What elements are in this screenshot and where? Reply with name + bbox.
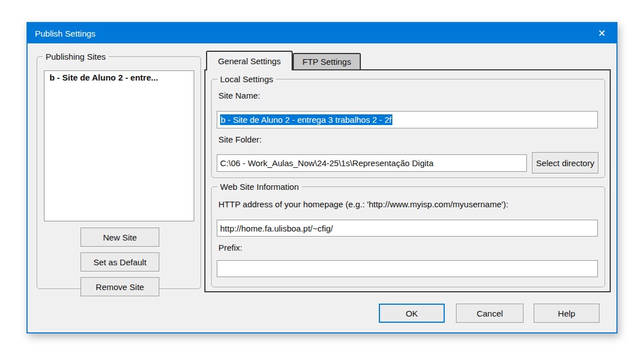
web-site-information-group-label: Web Site Information	[217, 181, 302, 192]
publishing-sites-listbox[interactable]: b - Site de Aluno 2 - entre...	[44, 70, 194, 221]
select-directory-button[interactable]: Select directory	[532, 152, 598, 173]
window-title: Publish Settings	[35, 29, 96, 38]
tab-general-settings-label: General Settings	[218, 56, 281, 66]
site-name-selected-text: b - Site de Aluno 2 - entrega 3 trabalho…	[220, 114, 392, 125]
http-address-label: HTTP address of your homepage (e.g.: 'ht…	[218, 199, 508, 209]
publish-settings-dialog: Publish Settings ✕ Publishing Sites b - …	[26, 22, 618, 333]
site-name-input[interactable]: b - Site de Aluno 2 - entrega 3 trabalho…	[217, 111, 598, 128]
remove-site-button[interactable]: Remove Site	[80, 277, 159, 296]
site-folder-label: Site Folder:	[218, 135, 262, 144]
ok-button[interactable]: OK	[379, 304, 445, 323]
tab-ftp-settings-label: FTP Settings	[302, 57, 351, 66]
help-button[interactable]: Help	[534, 304, 600, 323]
close-icon[interactable]: ✕	[587, 23, 616, 43]
local-settings-group-label: Local Settings	[217, 74, 276, 84]
tab-ftp-settings[interactable]: FTP Settings	[293, 53, 361, 69]
publishing-sites-group-label: Publishing Sites	[43, 51, 109, 62]
prefix-label: Prefix:	[218, 243, 243, 252]
site-folder-input[interactable]: C:\06 - Work_Aulas_Now\24-25\1s\Represen…	[217, 154, 527, 172]
list-item-selected-site[interactable]: b - Site de Aluno 2 - entre...	[44, 71, 194, 83]
cancel-button[interactable]: Cancel	[456, 304, 524, 323]
title-bar[interactable]: Publish Settings	[28, 23, 616, 43]
close-glyph: ✕	[598, 28, 606, 39]
new-site-button[interactable]: New Site	[80, 228, 159, 247]
set-as-default-button[interactable]: Set as Default	[80, 252, 159, 272]
prefix-input[interactable]	[217, 260, 598, 277]
tab-general-settings[interactable]: General Settings	[206, 51, 293, 70]
http-address-input[interactable]: http://home.fa.ulisboa.pt/~cfig/	[217, 220, 598, 237]
site-name-label: Site Name:	[218, 91, 260, 100]
